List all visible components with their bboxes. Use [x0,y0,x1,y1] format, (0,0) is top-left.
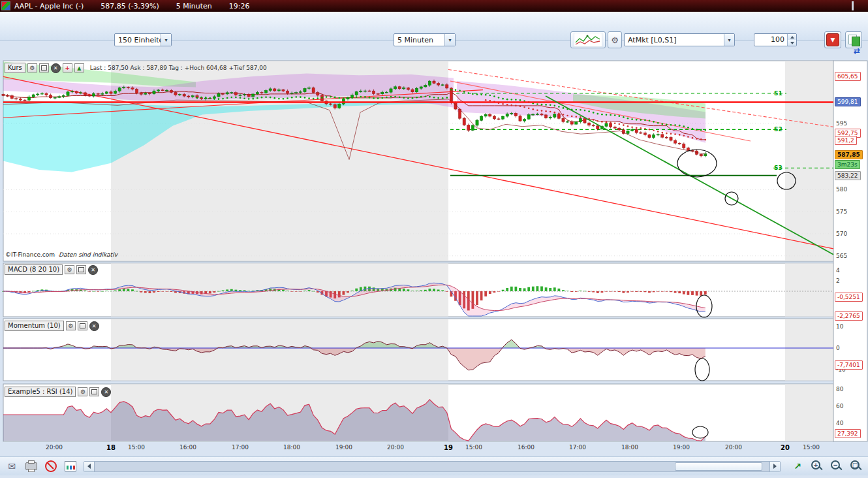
timeframe-combobox[interactable]: 5 Minuten ▾ [394,33,456,46]
momentum-tick-label: -10 [836,366,846,373]
time-axis-label: 17:00 [232,444,249,451]
macd-tick-label: 4 [836,267,840,274]
support-level-label: S3 [774,165,783,171]
close-icon[interactable]: ✕ [51,63,61,73]
time-axis-label: 15:00 [128,444,145,451]
pane-label: Kurs [5,63,25,73]
scroll-left-button[interactable] [84,462,95,471]
quantity-decrement-button[interactable] [788,40,796,46]
momentum-tick-label: 0 [836,345,840,351]
macd-pane-header: MACD (8 20 10) ⚙ ✕ [5,264,98,275]
maximize-icon[interactable] [89,387,99,396]
add-indicator-icon[interactable]: + [63,63,72,72]
support-level-label: S1 [774,90,783,97]
momentum-tick-label: 10 [836,323,843,330]
scroll-right-button[interactable] [769,462,780,471]
wrench-icon[interactable]: ⚙ [78,387,87,396]
order-type-combobox[interactable]: AtMkt [L0,S1] ▾ [624,33,735,46]
rsi-tick-label: 40 [836,420,843,426]
quantity-stepper[interactable]: 100 [754,33,797,46]
settings-button[interactable]: ⚙ [608,31,622,48]
chart-scrollbar[interactable] [84,461,781,472]
timeframe-combobox-value: 5 Minuten [394,36,444,44]
price-info-text: Last : 587,50 Ask : 587,89 Tag : +Hoch 6… [90,65,267,71]
price-box-label: 592,75 [835,129,861,138]
price-tick-label: 595 [836,120,847,127]
close-icon[interactable]: ✕ [101,387,111,397]
scrollbar-thumb[interactable] [675,462,762,471]
watermark: ©IT-Finance.comDaten sind indikativ [5,251,117,258]
zoom-out-button[interactable]: − [829,459,845,473]
price-tick-label: 570 [836,231,847,237]
units-combobox-value: 150 Einheiten [115,36,161,44]
time-axis-label: 19:00 [335,444,352,451]
wrench-icon[interactable]: ⚙ [65,265,74,274]
detach-window-button[interactable]: ⇄ [850,46,864,56]
close-icon[interactable]: ✕ [88,265,98,275]
maximize-icon[interactable] [39,63,49,72]
price-tick-label: 565 [836,253,847,259]
momentum-value-box: -7,7401 [835,360,863,370]
chevron-down-icon[interactable]: ▾ [444,34,455,46]
quantity-value: 100 [754,34,787,46]
chevron-down-icon[interactable]: ▾ [724,34,734,46]
chart-style-button[interactable] [570,31,606,48]
stats-icon: ↗ [794,461,801,471]
pane-label: Momentum (10) [5,321,64,331]
no-ads-icon [45,460,57,472]
price-box-label: 599,81 [835,97,861,106]
macd-value-box: -0,5251 [835,293,863,302]
order-ticket-button[interactable]: ▼ [824,31,841,48]
zoom-out-icon: − [830,460,843,473]
time-axis-label: 18 [106,444,116,451]
bottom-toolbar: ✉ ↗ + − □ [0,456,868,475]
time-axis-label: 15:00 [465,444,482,451]
wrench-icon[interactable]: ⚙ [27,63,37,72]
rsi-pane-header: Example5 : RSI (14) ⚙ ✕ [5,387,111,397]
price-box-label: 587,85 [835,150,863,159]
momentum-pane-header: Momentum (10) ⚙ ✕ [5,321,99,331]
mini-chart-icon [65,461,76,471]
window-titlebar[interactable]: AAPL - Apple Inc (-) 587,85 (-3,39%) 5 M… [0,0,868,12]
time-axis-label: 20:00 [725,444,742,451]
rsi-tick-label: 80 [836,386,843,392]
time-axis-label: 19 [444,444,453,451]
buy-arrow-icon[interactable]: ▲ [74,63,84,72]
titlebar-decoration [852,1,854,10]
price-tick-label: 580 [836,186,847,193]
maximize-icon[interactable] [76,265,86,274]
support-level-label: S2 [774,126,783,133]
price-box-label: 591,2 [835,136,857,145]
time-axis-label: 16:00 [518,444,535,451]
trading-window: AAPL - Apple Inc (-) 587,85 (-3,39%) 5 M… [0,0,868,478]
macd-value-box: -2,2765 [835,311,863,321]
mini-chart-button[interactable] [63,459,78,473]
wrench-icon[interactable]: ⚙ [66,321,76,330]
units-combobox[interactable]: 150 Einheiten ▾ [114,33,172,46]
app-icon [1,1,10,10]
print-icon [25,462,37,470]
zoom-in-icon: + [811,460,824,473]
close-icon[interactable]: ✕ [89,321,99,331]
chevron-down-icon[interactable]: ▾ [161,34,171,46]
price-tick-label: 575 [836,208,847,215]
pane-label: Example5 : RSI (14) [5,387,76,397]
print-button[interactable] [23,459,39,473]
titlebar-price: 587,85 (-3,39%) [101,2,159,10]
duplicate-chart-icon [848,34,860,46]
disable-button[interactable] [43,459,59,473]
quantity-increment-button[interactable] [788,34,796,40]
time-axis-label: 16:00 [179,444,196,451]
maximize-icon[interactable] [78,321,87,330]
time-axis-label: 20:00 [46,444,63,451]
sell-ticket-icon: ▼ [826,33,839,46]
wrench-icon: ⚙ [611,35,619,45]
titlebar-time: 19:26 [229,2,250,10]
time-axis-label: 17:00 [569,444,586,451]
zoom-in-button[interactable]: + [809,459,825,473]
statistics-button[interactable]: ↗ [790,459,805,473]
time-axis: 20:001815:0016:0017:0018:0019:0020:00191… [0,443,868,453]
zoom-fit-button[interactable]: □ [848,459,864,473]
window-title: AAPL - Apple Inc (-) [14,2,84,10]
mail-button[interactable]: ✉ [4,459,20,473]
